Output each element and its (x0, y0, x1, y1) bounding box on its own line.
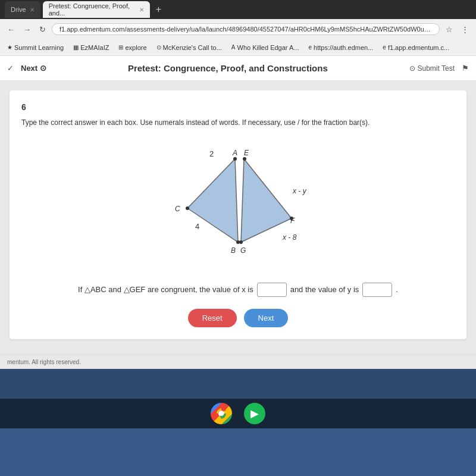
bookmark-explore[interactable]: ⊞ explore (116, 43, 149, 52)
input-y[interactable] (362, 283, 392, 297)
play-icon: ▶ (250, 407, 259, 420)
bookmark-ezma-icon: ▦ (73, 44, 79, 51)
menu-icon[interactable]: ⋮ (459, 24, 471, 35)
header-next-icon: ⊙ (40, 64, 46, 73)
next-button[interactable]: Next (244, 309, 289, 327)
bookmark-edgar[interactable]: A Who Killed Edgar A... (229, 43, 302, 52)
bookmark-auth[interactable]: e https://auth.edmen... (306, 43, 375, 52)
bookmark-mckenzie-icon: ⊙ (156, 44, 161, 51)
tab-drive-close[interactable]: ✕ (30, 7, 35, 13)
bookmark-ezma[interactable]: ▦ EzMAIaIZ (71, 43, 111, 52)
bookmark-summit-icon: ★ (7, 44, 12, 51)
point-A (233, 157, 237, 161)
diagram-container: 2 A E C 4 x - y F x - 8 B G (21, 140, 455, 271)
bookmark-edgar-label: Who Killed Edgar A... (237, 44, 299, 51)
taskbar-chrome-icon[interactable] (211, 403, 232, 424)
reset-button[interactable]: Reset (188, 309, 237, 327)
tab-bar: Drive ✕ Pretest: Congruence, Proof, and.… (0, 0, 476, 19)
point-E (243, 157, 246, 161)
header-back-icon[interactable]: ✓ (7, 64, 14, 73)
bookmark-f1[interactable]: e f1.app.edmentum.c... (380, 43, 452, 52)
point-G (239, 240, 243, 244)
footer: mentum. All rights reserved. (0, 355, 476, 369)
geometry-diagram: 2 A E C 4 x - y F x - 8 B G (149, 140, 327, 271)
bookmark-summit-label: Summit Learning (14, 44, 64, 51)
question-card: 6 Type the correct answer in each box. U… (10, 90, 466, 339)
answer-text-1: If △ABC and △GEF are congruent, the valu… (78, 285, 253, 294)
browser-chrome: Drive ✕ Pretest: Congruence, Proof, and.… (0, 0, 476, 56)
tab-drive-label: Drive (11, 6, 26, 13)
bookmarks-bar: ★ Summit Learning ▦ EzMAIaIZ ⊞ explore ⊙… (0, 39, 476, 56)
right-shape (241, 159, 292, 242)
label-C: C (175, 205, 180, 213)
answer-text-2: and the value of y is (290, 285, 359, 294)
input-x[interactable] (257, 283, 287, 297)
label-B: B (231, 246, 236, 255)
submit-label: Submit Test (418, 64, 455, 73)
bookmark-auth-icon: e (308, 44, 312, 51)
point-C (186, 206, 189, 210)
page-title: Pretest: Congruence, Proof, and Construc… (54, 63, 402, 73)
bookmark-explore-label: explore (125, 44, 146, 51)
bookmark-ezma-label: EzMAIaIZ (80, 44, 109, 51)
answer-row: If △ABC and △GEF are congruent, the valu… (21, 283, 455, 297)
bookmark-auth-label: https://auth.edmen... (314, 44, 373, 51)
desktop-area: ▶ (0, 369, 476, 428)
submit-icon: ⊙ (409, 64, 415, 73)
answer-text-3: . (396, 285, 398, 294)
tab-pretest[interactable]: Pretest: Congruence, Proof, and... ✕ (43, 1, 150, 18)
footer-text: mentum. All rights reserved. (7, 359, 81, 365)
point-F (290, 217, 293, 220)
label-xy: x - y (292, 187, 307, 195)
url-input[interactable]: f1.app.edmentum.com/assessments-delivery… (52, 23, 440, 35)
bookmark-explore-icon: ⊞ (118, 44, 123, 51)
svg-point-1 (219, 411, 224, 416)
bookmark-edgar-icon: A (231, 44, 236, 51)
bookmark-f1-icon: e (383, 44, 386, 51)
label-A: A (232, 149, 237, 157)
label-4: 4 (195, 222, 199, 231)
tab-pretest-close[interactable]: ✕ (139, 7, 144, 13)
header-next-label: Next (21, 64, 37, 73)
main-content: 6 Type the correct answer in each box. U… (0, 81, 476, 355)
header-next-button[interactable]: Next ⊙ (21, 64, 46, 73)
bookmark-f1-label: f1.app.edmentum.c... (388, 44, 449, 51)
tab-pretest-label: Pretest: Congruence, Proof, and... (49, 2, 136, 17)
bookmark-summit[interactable]: ★ Summit Learning (5, 43, 66, 52)
address-bar: ← → ↻ f1.app.edmentum.com/assessments-de… (0, 19, 476, 39)
button-row: Reset Next (21, 309, 455, 327)
chrome-icon (214, 406, 229, 421)
label-E: E (244, 149, 249, 157)
bookmark-icon[interactable]: ☆ (443, 24, 455, 35)
taskbar-play-icon[interactable]: ▶ (244, 403, 265, 424)
taskbar: ▶ (0, 399, 476, 428)
submit-test-button[interactable]: ⊙ Submit Test (409, 64, 455, 73)
tab-new-button[interactable]: + (152, 4, 165, 15)
question-number: 6 (21, 102, 455, 112)
app-header: ✓ Next ⊙ Pretest: Congruence, Proof, and… (0, 56, 476, 81)
reload-button[interactable]: ↻ (37, 24, 48, 35)
label-2: 2 (209, 149, 214, 158)
back-button[interactable]: ← (5, 24, 17, 35)
bookmark-mckenzie-label: McKenzie's Call to... (163, 44, 222, 51)
label-G: G (240, 246, 246, 255)
tab-drive[interactable]: Drive ✕ (5, 1, 40, 18)
flag-icon[interactable]: ⚑ (462, 64, 469, 73)
bookmark-mckenzie[interactable]: ⊙ McKenzie's Call to... (154, 43, 224, 52)
forward-button[interactable]: → (21, 24, 33, 35)
label-x8: x - 8 (282, 233, 297, 242)
question-instruction: Type the correct answer in each box. Use… (21, 118, 455, 128)
